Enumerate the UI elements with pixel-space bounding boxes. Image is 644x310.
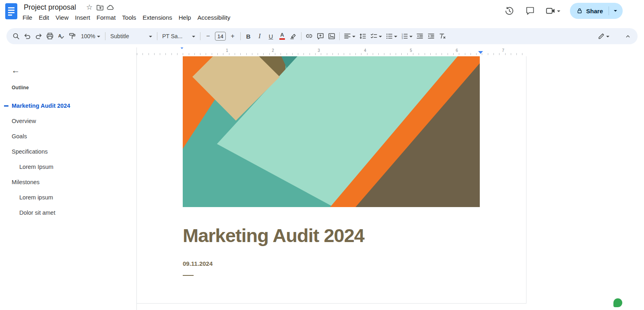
- ruler[interactable]: 1 1 2 3 4 5 6 7: [137, 47, 527, 56]
- share-label: Share: [586, 8, 603, 14]
- bold-button[interactable]: B: [243, 31, 254, 42]
- menu-help[interactable]: Help: [175, 13, 194, 22]
- outline-item-label: Lorem ipsum: [19, 194, 53, 201]
- menu-tools[interactable]: Tools: [119, 13, 139, 22]
- document-page[interactable]: Marketing Audit 2024 09.11.2024: [137, 56, 526, 304]
- header-center: Project proposal ☆ File Edit View: [22, 2, 233, 22]
- outline-item-label: Marketing Audit 2024: [12, 103, 70, 109]
- app-header: Project proposal ☆ File Edit View: [0, 0, 644, 25]
- align-button[interactable]: [342, 31, 357, 42]
- ruler-mark: 1: [226, 48, 228, 53]
- document-divider: [183, 275, 194, 276]
- move-folder-icon[interactable]: [95, 2, 105, 12]
- menu-insert[interactable]: Insert: [72, 13, 93, 22]
- left-indent-marker[interactable]: [180, 49, 184, 56]
- outline-item-specifications[interactable]: Specifications: [0, 144, 136, 159]
- document-canvas: 1 1 2 3 4 5 6 7: [137, 47, 644, 310]
- clear-formatting-icon[interactable]: [437, 31, 448, 42]
- font-select[interactable]: PT Sa...: [159, 31, 198, 42]
- close-outline-icon[interactable]: ←: [9, 64, 23, 77]
- print-icon[interactable]: [44, 31, 56, 42]
- share-divider: [609, 6, 609, 15]
- underline-button[interactable]: U: [265, 31, 277, 42]
- comments-icon[interactable]: [524, 5, 536, 16]
- document-heading[interactable]: Marketing Audit 2024: [183, 224, 364, 246]
- outline-item-dolor-sit-amet[interactable]: Dolor sit amet: [0, 205, 136, 220]
- outline-item-marketing-audit[interactable]: Marketing Audit 2024: [0, 98, 136, 113]
- ruler-mark: 5: [410, 48, 412, 53]
- active-indicator-dash: [4, 105, 8, 107]
- document-title-input[interactable]: Project proposal: [22, 3, 78, 12]
- share-dropdown-caret[interactable]: [612, 8, 619, 14]
- paint-format-icon[interactable]: [67, 31, 78, 42]
- menu-view[interactable]: View: [52, 13, 72, 22]
- search-menus-icon[interactable]: [10, 31, 22, 42]
- outline-item-milestones[interactable]: Milestones: [0, 175, 136, 190]
- ruler-mark: 4: [364, 48, 366, 53]
- insert-image-icon[interactable]: [326, 31, 337, 42]
- text-color-swatch: [279, 38, 285, 40]
- add-comment-icon[interactable]: [315, 31, 326, 42]
- docs-logo-icon[interactable]: [5, 3, 17, 20]
- menu-format[interactable]: Format: [93, 13, 119, 22]
- share-button[interactable]: Share: [570, 3, 623, 19]
- ruler-mark: 7: [502, 48, 504, 53]
- toolbar: A 100% Subtitle: [6, 28, 638, 44]
- increase-font-size-icon[interactable]: +: [227, 31, 238, 42]
- decrease-indent-icon[interactable]: [414, 31, 425, 42]
- decrease-font-size-icon[interactable]: −: [202, 31, 214, 42]
- toolbar-divider: [105, 32, 105, 40]
- editing-mode-button[interactable]: [595, 31, 612, 42]
- google-docs-app: Project proposal ☆ File Edit View: [0, 0, 644, 310]
- paragraph-style-select[interactable]: Subtitle: [107, 31, 155, 42]
- spell-check-icon[interactable]: A: [56, 31, 67, 42]
- zoom-select[interactable]: 100%: [78, 31, 103, 42]
- toolbar-divider: [339, 32, 340, 40]
- meet-dropdown-caret[interactable]: [557, 10, 560, 14]
- text-color-button[interactable]: A: [277, 31, 288, 42]
- menu-bar: File Edit View Insert Format Tools Exten…: [19, 13, 233, 22]
- highlight-color-icon[interactable]: [288, 31, 299, 42]
- increase-indent-icon[interactable]: [425, 31, 437, 42]
- ruler-mark: 2: [272, 48, 274, 53]
- meet-video-button[interactable]: [545, 6, 560, 16]
- main-area: ← Outline Marketing Audit 2024 Overview …: [0, 47, 644, 310]
- font-size-input[interactable]: 14: [215, 32, 226, 41]
- menu-file[interactable]: File: [19, 13, 35, 22]
- menu-edit[interactable]: Edit: [35, 13, 52, 22]
- menu-extensions[interactable]: Extensions: [139, 13, 175, 22]
- outline-item-label: Overview: [12, 118, 36, 124]
- corner-green-badge[interactable]: [613, 298, 622, 307]
- checklist-button[interactable]: [368, 31, 384, 42]
- cloud-status-icon[interactable]: [105, 2, 116, 12]
- version-history-icon[interactable]: [504, 5, 515, 16]
- bulleted-list-button[interactable]: [384, 31, 399, 42]
- outline-item-lorem-ipsum-1[interactable]: Lorem Ipsum: [0, 159, 136, 175]
- style-value: Subtitle: [110, 33, 129, 39]
- outline-heading: Outline: [12, 85, 29, 90]
- right-indent-marker[interactable]: [478, 51, 483, 54]
- document-date[interactable]: 09.11.2024: [183, 260, 213, 267]
- lock-icon: [576, 8, 583, 14]
- outline-item-overview[interactable]: Overview: [0, 113, 136, 129]
- collapse-toolbar-icon[interactable]: [622, 31, 634, 42]
- ruler-mark: 3: [318, 48, 320, 53]
- menu-accessibility[interactable]: Accessibility: [194, 13, 234, 22]
- insert-link-icon[interactable]: [303, 31, 315, 42]
- text-color-letter: A: [280, 33, 284, 37]
- redo-icon[interactable]: [33, 31, 44, 42]
- ruler-ticks: [137, 53, 527, 55]
- italic-button[interactable]: I: [254, 31, 265, 42]
- toolbar-divider: [301, 32, 301, 40]
- cover-image[interactable]: [183, 56, 480, 207]
- outline-item-label: Dolor sit amet: [19, 209, 55, 216]
- numbered-list-button[interactable]: 1 2 3: [399, 31, 414, 42]
- undo-icon[interactable]: [22, 31, 33, 42]
- toolbar-divider: [157, 32, 157, 40]
- outline-item-lorem-ipsum-2[interactable]: Lorem ipsum: [0, 190, 136, 205]
- zoom-value: 100%: [81, 33, 95, 39]
- star-icon[interactable]: ☆: [84, 2, 95, 12]
- outline-item-goals[interactable]: Goals: [0, 129, 136, 144]
- left-indent-triangle[interactable]: [180, 47, 184, 56]
- line-spacing-icon[interactable]: [357, 31, 368, 42]
